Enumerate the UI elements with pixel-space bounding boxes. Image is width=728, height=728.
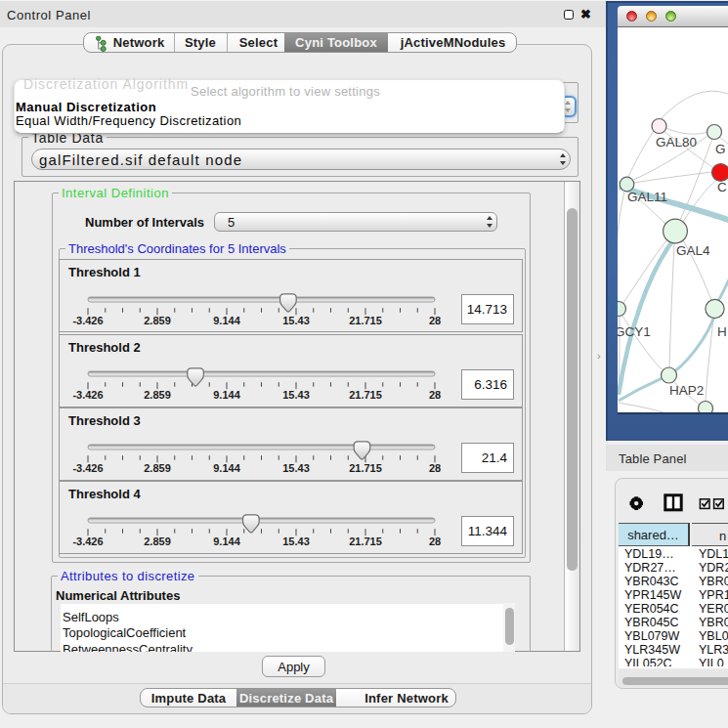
svg-text:G: G [715,142,726,156]
svg-text:HAP2: HAP2 [669,383,704,398]
svg-text:GCY1: GCY1 [618,324,651,339]
svg-text:C: C [717,180,727,194]
svg-text:GAL4: GAL4 [676,243,710,258]
svg-text:GAL11: GAL11 [627,190,667,204]
svg-text:GAL80: GAL80 [656,135,697,150]
svg-text:H: H [717,324,727,339]
